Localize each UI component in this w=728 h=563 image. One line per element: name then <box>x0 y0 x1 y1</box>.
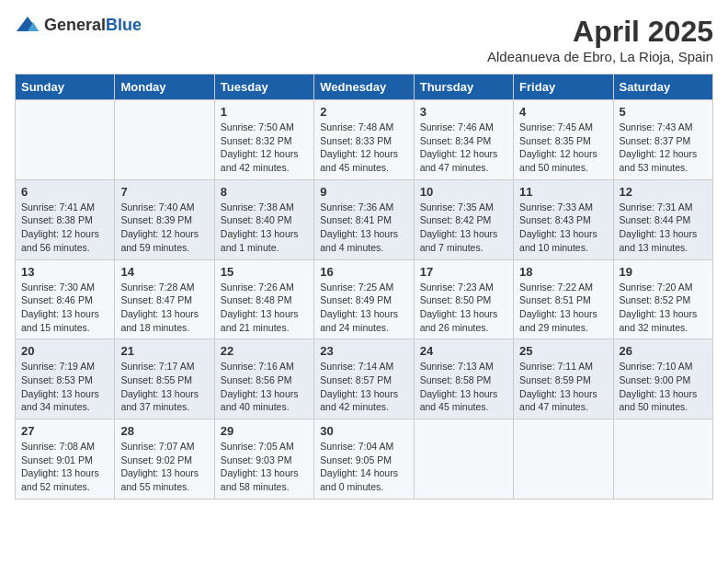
cell-info: Sunrise: 7:07 AMSunset: 9:02 PMDaylight:… <box>120 441 199 492</box>
cell-info: Sunrise: 7:33 AMSunset: 8:43 PMDaylight:… <box>519 201 597 253</box>
table-cell: 7Sunrise: 7:40 AMSunset: 8:39 PMDaylight… <box>115 179 214 259</box>
day-number: 26 <box>620 344 707 358</box>
table-cell: 16Sunrise: 7:25 AMSunset: 8:49 PMDayligh… <box>314 259 414 339</box>
table-cell <box>514 419 613 500</box>
table-cell: 11Sunrise: 7:33 AMSunset: 8:43 PMDayligh… <box>514 179 613 259</box>
day-number: 15 <box>221 265 308 279</box>
table-cell: 18Sunrise: 7:22 AMSunset: 8:51 PMDayligh… <box>514 259 613 339</box>
calendar-week-row: 20Sunrise: 7:19 AMSunset: 8:53 PMDayligh… <box>16 339 713 419</box>
cell-info: Sunrise: 7:26 AMSunset: 8:48 PMDaylight:… <box>221 282 299 333</box>
table-cell: 14Sunrise: 7:28 AMSunset: 8:47 PMDayligh… <box>115 259 214 339</box>
table-cell: 30Sunrise: 7:04 AMSunset: 9:05 PMDayligh… <box>314 419 414 500</box>
day-number: 5 <box>620 105 707 119</box>
location-title: Aldeanueva de Ebro, La Rioja, Spain <box>487 49 713 64</box>
cell-info: Sunrise: 7:11 AMSunset: 8:59 PMDaylight:… <box>519 361 597 412</box>
calendar-week-row: 1Sunrise: 7:50 AMSunset: 8:32 PMDaylight… <box>16 100 713 180</box>
table-cell: 4Sunrise: 7:45 AMSunset: 8:35 PMDaylight… <box>514 100 613 180</box>
title-block: April 2025 Aldeanueva de Ebro, La Rioja,… <box>487 15 713 64</box>
cell-info: Sunrise: 7:17 AMSunset: 8:55 PMDaylight:… <box>120 361 199 412</box>
day-number: 16 <box>320 265 407 279</box>
day-number: 20 <box>21 344 108 358</box>
table-cell: 15Sunrise: 7:26 AMSunset: 8:48 PMDayligh… <box>214 259 313 339</box>
day-number: 6 <box>21 185 108 199</box>
day-number: 1 <box>221 105 308 119</box>
cell-info: Sunrise: 7:23 AMSunset: 8:50 PMDaylight:… <box>420 282 498 333</box>
table-cell <box>414 419 513 500</box>
day-number: 17 <box>420 265 507 279</box>
page-header: GeneralBlue April 2025 Aldeanueva de Ebr… <box>15 15 713 64</box>
day-number: 28 <box>120 424 208 438</box>
day-number: 30 <box>320 424 407 438</box>
logo-icon <box>15 15 40 35</box>
calendar-header-row: Sunday Monday Tuesday Wednesday Thursday… <box>16 75 713 100</box>
cell-info: Sunrise: 7:10 AMSunset: 9:00 PMDaylight:… <box>620 361 698 412</box>
cell-info: Sunrise: 7:36 AMSunset: 8:41 PMDaylight:… <box>320 201 398 253</box>
cell-info: Sunrise: 7:05 AMSunset: 9:03 PMDaylight:… <box>221 441 299 492</box>
table-cell: 25Sunrise: 7:11 AMSunset: 8:59 PMDayligh… <box>514 339 613 419</box>
table-cell <box>613 419 712 500</box>
table-cell: 29Sunrise: 7:05 AMSunset: 9:03 PMDayligh… <box>214 419 313 500</box>
table-cell <box>115 100 214 180</box>
cell-info: Sunrise: 7:43 AMSunset: 8:37 PMDaylight:… <box>620 121 698 173</box>
day-number: 11 <box>519 185 607 199</box>
day-number: 14 <box>120 265 208 279</box>
cell-info: Sunrise: 7:41 AMSunset: 8:38 PMDaylight:… <box>21 201 99 253</box>
logo-blue: Blue <box>106 16 142 34</box>
cell-info: Sunrise: 7:08 AMSunset: 9:01 PMDaylight:… <box>21 441 99 492</box>
col-tuesday: Tuesday <box>214 75 313 100</box>
cell-info: Sunrise: 7:48 AMSunset: 8:33 PMDaylight:… <box>320 121 398 173</box>
table-cell: 19Sunrise: 7:20 AMSunset: 8:52 PMDayligh… <box>613 259 712 339</box>
table-cell: 2Sunrise: 7:48 AMSunset: 8:33 PMDaylight… <box>314 100 414 180</box>
logo: GeneralBlue <box>15 15 142 35</box>
table-cell: 5Sunrise: 7:43 AMSunset: 8:37 PMDaylight… <box>613 100 712 180</box>
day-number: 19 <box>620 265 707 279</box>
table-cell: 28Sunrise: 7:07 AMSunset: 9:02 PMDayligh… <box>115 419 214 500</box>
cell-info: Sunrise: 7:04 AMSunset: 9:05 PMDaylight:… <box>320 441 398 492</box>
col-friday: Friday <box>514 75 613 100</box>
table-cell: 22Sunrise: 7:16 AMSunset: 8:56 PMDayligh… <box>214 339 313 419</box>
col-thursday: Thursday <box>414 75 513 100</box>
cell-info: Sunrise: 7:50 AMSunset: 8:32 PMDaylight:… <box>221 121 299 173</box>
table-cell: 23Sunrise: 7:14 AMSunset: 8:57 PMDayligh… <box>314 339 414 419</box>
table-cell: 17Sunrise: 7:23 AMSunset: 8:50 PMDayligh… <box>414 259 513 339</box>
table-cell: 13Sunrise: 7:30 AMSunset: 8:46 PMDayligh… <box>16 259 115 339</box>
table-cell: 3Sunrise: 7:46 AMSunset: 8:34 PMDaylight… <box>414 100 513 180</box>
cell-info: Sunrise: 7:13 AMSunset: 8:58 PMDaylight:… <box>420 361 498 412</box>
day-number: 23 <box>320 344 407 358</box>
calendar-week-row: 6Sunrise: 7:41 AMSunset: 8:38 PMDaylight… <box>16 179 713 259</box>
day-number: 4 <box>519 105 607 119</box>
calendar-body: 1Sunrise: 7:50 AMSunset: 8:32 PMDaylight… <box>16 100 713 500</box>
table-cell: 6Sunrise: 7:41 AMSunset: 8:38 PMDaylight… <box>16 179 115 259</box>
col-wednesday: Wednesday <box>314 75 414 100</box>
table-cell: 20Sunrise: 7:19 AMSunset: 8:53 PMDayligh… <box>16 339 115 419</box>
cell-info: Sunrise: 7:30 AMSunset: 8:46 PMDaylight:… <box>21 282 99 333</box>
cell-info: Sunrise: 7:25 AMSunset: 8:49 PMDaylight:… <box>320 282 398 333</box>
col-sunday: Sunday <box>16 75 115 100</box>
table-cell: 1Sunrise: 7:50 AMSunset: 8:32 PMDaylight… <box>214 100 313 180</box>
day-number: 3 <box>420 105 507 119</box>
cell-info: Sunrise: 7:38 AMSunset: 8:40 PMDaylight:… <box>221 201 299 253</box>
day-number: 9 <box>320 185 407 199</box>
table-cell <box>16 100 115 180</box>
cell-info: Sunrise: 7:19 AMSunset: 8:53 PMDaylight:… <box>21 361 99 412</box>
cell-info: Sunrise: 7:28 AMSunset: 8:47 PMDaylight:… <box>120 282 199 333</box>
cell-info: Sunrise: 7:31 AMSunset: 8:44 PMDaylight:… <box>620 201 698 253</box>
day-number: 29 <box>221 424 308 438</box>
cell-info: Sunrise: 7:46 AMSunset: 8:34 PMDaylight:… <box>420 121 498 173</box>
day-number: 18 <box>519 265 607 279</box>
table-cell: 24Sunrise: 7:13 AMSunset: 8:58 PMDayligh… <box>414 339 513 419</box>
day-number: 27 <box>21 424 108 438</box>
day-number: 21 <box>120 344 208 358</box>
table-cell: 12Sunrise: 7:31 AMSunset: 8:44 PMDayligh… <box>613 179 712 259</box>
calendar-week-row: 13Sunrise: 7:30 AMSunset: 8:46 PMDayligh… <box>16 259 713 339</box>
logo-general: General <box>44 16 106 34</box>
day-number: 12 <box>620 185 707 199</box>
cell-info: Sunrise: 7:35 AMSunset: 8:42 PMDaylight:… <box>420 201 498 253</box>
table-cell: 8Sunrise: 7:38 AMSunset: 8:40 PMDaylight… <box>214 179 313 259</box>
table-cell: 27Sunrise: 7:08 AMSunset: 9:01 PMDayligh… <box>16 419 115 500</box>
calendar-week-row: 27Sunrise: 7:08 AMSunset: 9:01 PMDayligh… <box>16 419 713 500</box>
day-number: 13 <box>21 265 108 279</box>
col-monday: Monday <box>115 75 214 100</box>
cell-info: Sunrise: 7:20 AMSunset: 8:52 PMDaylight:… <box>620 282 698 333</box>
cell-info: Sunrise: 7:22 AMSunset: 8:51 PMDaylight:… <box>519 282 597 333</box>
